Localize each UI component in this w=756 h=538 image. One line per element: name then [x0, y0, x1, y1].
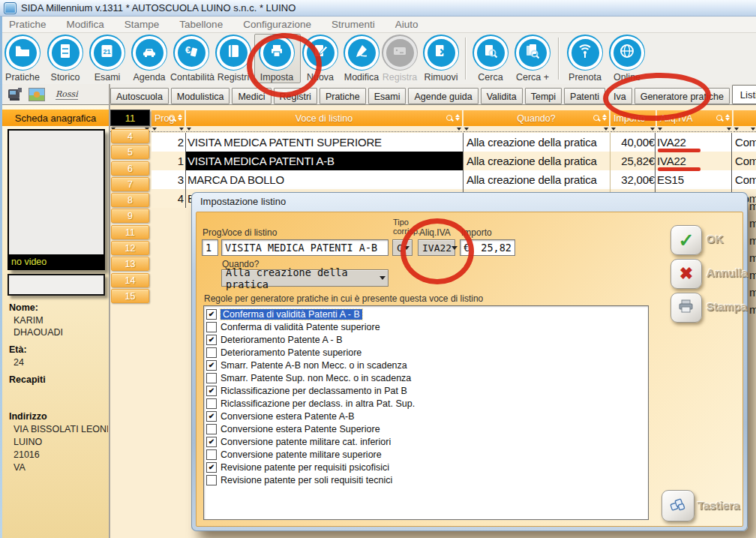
voce-di-listino-input[interactable]: VISITA MEDICA PATENTI A-B: [221, 239, 388, 256]
filter-row-cell[interactable]: [186, 127, 462, 132]
tab-agende-guida[interactable]: Agende guida: [408, 88, 478, 104]
rule-item[interactable]: Conversione patente militare superiore: [204, 448, 648, 461]
ok-button[interactable]: ✓: [670, 225, 702, 255]
row-number-chip[interactable]: 7: [111, 177, 149, 191]
filter-row-cell[interactable]: [610, 127, 656, 132]
clipped-row-text: m: [749, 286, 756, 299]
menu-configurazione[interactable]: Configurazione: [243, 19, 311, 30]
folder-icon: [14, 42, 32, 63]
toolbar-cerca-button[interactable]: Cerca: [470, 35, 512, 83]
row-number-chip[interactable]: 13: [111, 257, 149, 271]
rule-item[interactable]: Conversione patente militare cat. inferi…: [204, 435, 648, 448]
checkbox[interactable]: [206, 398, 217, 409]
tastiera-button[interactable]: [662, 490, 694, 521]
column-header-quando[interactable]: Quando?: [464, 110, 609, 126]
clipped-row-text: m: [749, 234, 756, 247]
column-header-prog[interactable]: Prog.: [152, 110, 184, 126]
rule-item[interactable]: Smarr. Patente Sup. non Mecc. o in scade…: [204, 371, 648, 384]
filter-row-cell[interactable]: [734, 127, 756, 132]
tab-validita[interactable]: Validita: [481, 88, 523, 104]
row-number-chip[interactable]: 6: [111, 161, 149, 176]
menu-pratiche[interactable]: Pratiche: [9, 19, 46, 30]
menu-strumenti[interactable]: Strumenti: [332, 19, 375, 30]
prog-input[interactable]: 1: [202, 239, 218, 256]
tab-listino-completo[interactable]: Listino completo: [732, 85, 756, 104]
rule-item[interactable]: Riclassificazione per declassamento in P…: [204, 384, 648, 397]
rule-item[interactable]: Conversione estera Patente A-B: [204, 410, 648, 422]
checkbox[interactable]: [206, 424, 217, 434]
row-number-chip[interactable]: 14: [111, 273, 149, 287]
quando-dropdown[interactable]: Alla creazione della pratica: [221, 269, 388, 287]
menu-aiuto[interactable]: Aiuto: [395, 19, 418, 30]
rule-item[interactable]: Conversione estera Patente Superiore: [204, 422, 648, 435]
menu-tabellone[interactable]: Tabellone: [179, 19, 223, 30]
search-icon: [593, 115, 599, 121]
rule-item[interactable]: Riclassificazione per declass. in altra …: [204, 397, 648, 410]
rule-item[interactable]: Deterioramento Patente superiore: [204, 346, 648, 359]
search-document-icon: [482, 42, 500, 63]
toolbar-storico-button[interactable]: Storico: [44, 35, 86, 83]
rule-item[interactable]: Conferma di validità Patente superiore: [204, 320, 648, 333]
prog-label: Prog.: [202, 227, 224, 238]
rule-item[interactable]: Conferma di validità Patenti A - B: [204, 308, 648, 320]
rule-item[interactable]: Revisione patente per soli requisiti tec…: [204, 473, 648, 486]
toolbar-agenda-button[interactable]: Agenda: [128, 35, 170, 83]
svg-text:21: 21: [103, 48, 110, 56]
filter-row-cell[interactable]: [464, 127, 609, 132]
checkbox[interactable]: [206, 360, 217, 371]
row-number-chip[interactable]: 12: [111, 241, 149, 255]
checkbox[interactable]: [206, 475, 217, 485]
checkbox[interactable]: [206, 449, 217, 460]
checkbox[interactable]: [206, 335, 217, 345]
stampa-button[interactable]: [670, 293, 702, 323]
toolbar-rimuovi-button[interactable]: Rimuovi: [420, 35, 462, 83]
checkbox[interactable]: [206, 411, 217, 422]
app-window: SIDA Millennium v.1311 * AUTOSCUOLA LUIN…: [0, 0, 756, 538]
checkbox[interactable]: [206, 309, 217, 320]
checkbox[interactable]: [206, 462, 217, 473]
tab-esami[interactable]: Esami: [368, 88, 406, 104]
toolbar-pratiche-button[interactable]: Pratiche: [2, 35, 44, 83]
table-row[interactable]: 3 MARCA DA BOLLO Alla creazione della pr…: [152, 170, 756, 189]
row-number-chip[interactable]: 11: [111, 225, 149, 239]
checkbox[interactable]: [206, 437, 217, 447]
checkbox[interactable]: [206, 386, 217, 396]
menu-stampe[interactable]: Stampe: [124, 19, 160, 30]
column-header-extra[interactable]: [734, 110, 756, 126]
row-number-chip[interactable]: 8: [111, 193, 149, 207]
tab-modulistica[interactable]: Modulistica: [171, 88, 230, 104]
toolbar-esami-button[interactable]: 21 Esami: [86, 35, 128, 83]
row-number-chip[interactable]: 4: [111, 129, 149, 143]
filter-row-cell[interactable]: [152, 127, 184, 132]
tab-patenti[interactable]: Patenti: [564, 88, 605, 104]
rule-item[interactable]: Smarr. Patente A-B non Mecc. o in scaden…: [204, 359, 648, 371]
checkbox[interactable]: [206, 373, 217, 383]
checkbox[interactable]: [206, 322, 217, 332]
rule-item[interactable]: Revisione patente per requisiti psicofis…: [204, 461, 648, 473]
tab-tempi[interactable]: Tempi: [525, 88, 562, 104]
app-icon: [4, 2, 16, 14]
toolbar-cerca-plus-button[interactable]: Cerca +: [512, 35, 554, 83]
annulla-button[interactable]: ✖: [670, 259, 702, 289]
calendar-icon: 21: [98, 42, 116, 63]
row-number-chip[interactable]: 9: [111, 209, 149, 223]
row-number-chip[interactable]: 15: [111, 289, 149, 303]
row-number-chip[interactable]: 5: [111, 145, 149, 159]
sort-icon: [602, 114, 607, 121]
clipped-row-text: m: [749, 303, 756, 316]
sort-icon: [725, 114, 730, 121]
filter-row-cell[interactable]: [657, 127, 732, 132]
photo-small-icon[interactable]: [28, 88, 45, 101]
tab-pratiche[interactable]: Pratiche: [320, 88, 366, 104]
toolbar-modifica-button[interactable]: Modifica: [340, 35, 382, 83]
rule-item[interactable]: Deterioramento Patente A - B: [204, 333, 648, 346]
toolbar-prenota-button[interactable]: Prenota: [564, 35, 606, 83]
indirizzo-label: Indirizzo: [9, 411, 47, 422]
signature-icon[interactable]: Rossi: [56, 89, 78, 100]
toolbar-contabilita-button[interactable]: € Contabilità: [170, 35, 212, 83]
tab-autoscuola[interactable]: Autoscuola: [110, 88, 169, 104]
menu-modifica[interactable]: Modifica: [67, 19, 104, 30]
column-header-voce[interactable]: Voce di listino: [186, 110, 462, 126]
checkbox[interactable]: [206, 347, 217, 358]
printer-small-icon[interactable]: [6, 86, 24, 106]
